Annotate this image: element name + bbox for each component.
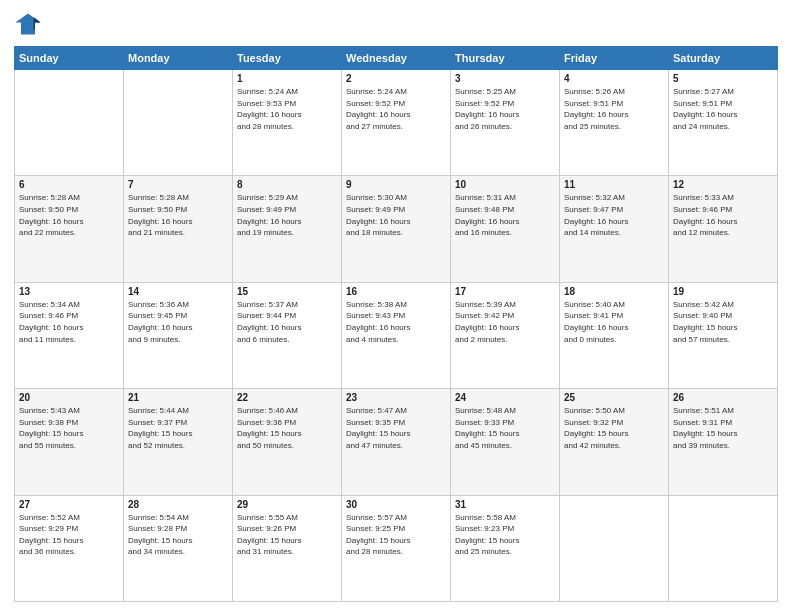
calendar-cell (560, 495, 669, 601)
calendar-week-3: 13Sunrise: 5:34 AM Sunset: 9:46 PM Dayli… (15, 282, 778, 388)
day-number: 16 (346, 286, 446, 297)
day-content: Sunrise: 5:27 AM Sunset: 9:51 PM Dayligh… (673, 86, 773, 132)
day-content: Sunrise: 5:48 AM Sunset: 9:33 PM Dayligh… (455, 405, 555, 451)
day-content: Sunrise: 5:38 AM Sunset: 9:43 PM Dayligh… (346, 299, 446, 345)
calendar-header-tuesday: Tuesday (233, 47, 342, 70)
day-number: 8 (237, 179, 337, 190)
day-number: 4 (564, 73, 664, 84)
day-number: 10 (455, 179, 555, 190)
calendar-week-2: 6Sunrise: 5:28 AM Sunset: 9:50 PM Daylig… (15, 176, 778, 282)
logo-icon (14, 10, 42, 38)
day-number: 22 (237, 392, 337, 403)
day-number: 29 (237, 499, 337, 510)
calendar-header-friday: Friday (560, 47, 669, 70)
calendar-week-1: 1Sunrise: 5:24 AM Sunset: 9:53 PM Daylig… (15, 70, 778, 176)
calendar-cell: 16Sunrise: 5:38 AM Sunset: 9:43 PM Dayli… (342, 282, 451, 388)
calendar-cell: 5Sunrise: 5:27 AM Sunset: 9:51 PM Daylig… (669, 70, 778, 176)
day-content: Sunrise: 5:26 AM Sunset: 9:51 PM Dayligh… (564, 86, 664, 132)
calendar-cell: 21Sunrise: 5:44 AM Sunset: 9:37 PM Dayli… (124, 389, 233, 495)
calendar-cell: 12Sunrise: 5:33 AM Sunset: 9:46 PM Dayli… (669, 176, 778, 282)
day-content: Sunrise: 5:43 AM Sunset: 9:38 PM Dayligh… (19, 405, 119, 451)
calendar-cell: 19Sunrise: 5:42 AM Sunset: 9:40 PM Dayli… (669, 282, 778, 388)
calendar-cell: 17Sunrise: 5:39 AM Sunset: 9:42 PM Dayli… (451, 282, 560, 388)
day-number: 1 (237, 73, 337, 84)
calendar-cell: 3Sunrise: 5:25 AM Sunset: 9:52 PM Daylig… (451, 70, 560, 176)
day-content: Sunrise: 5:57 AM Sunset: 9:25 PM Dayligh… (346, 512, 446, 558)
day-number: 2 (346, 73, 446, 84)
logo (14, 10, 46, 38)
calendar-cell: 8Sunrise: 5:29 AM Sunset: 9:49 PM Daylig… (233, 176, 342, 282)
day-number: 21 (128, 392, 228, 403)
calendar-header-saturday: Saturday (669, 47, 778, 70)
day-number: 18 (564, 286, 664, 297)
day-content: Sunrise: 5:58 AM Sunset: 9:23 PM Dayligh… (455, 512, 555, 558)
day-content: Sunrise: 5:28 AM Sunset: 9:50 PM Dayligh… (128, 192, 228, 238)
calendar-cell: 10Sunrise: 5:31 AM Sunset: 9:48 PM Dayli… (451, 176, 560, 282)
day-content: Sunrise: 5:55 AM Sunset: 9:26 PM Dayligh… (237, 512, 337, 558)
calendar-cell (15, 70, 124, 176)
calendar-cell: 11Sunrise: 5:32 AM Sunset: 9:47 PM Dayli… (560, 176, 669, 282)
calendar-cell (124, 70, 233, 176)
calendar-cell: 9Sunrise: 5:30 AM Sunset: 9:49 PM Daylig… (342, 176, 451, 282)
day-content: Sunrise: 5:24 AM Sunset: 9:52 PM Dayligh… (346, 86, 446, 132)
calendar-header-monday: Monday (124, 47, 233, 70)
day-content: Sunrise: 5:31 AM Sunset: 9:48 PM Dayligh… (455, 192, 555, 238)
calendar-cell: 28Sunrise: 5:54 AM Sunset: 9:28 PM Dayli… (124, 495, 233, 601)
day-content: Sunrise: 5:32 AM Sunset: 9:47 PM Dayligh… (564, 192, 664, 238)
calendar-cell: 23Sunrise: 5:47 AM Sunset: 9:35 PM Dayli… (342, 389, 451, 495)
calendar-cell: 4Sunrise: 5:26 AM Sunset: 9:51 PM Daylig… (560, 70, 669, 176)
calendar-cell: 13Sunrise: 5:34 AM Sunset: 9:46 PM Dayli… (15, 282, 124, 388)
day-content: Sunrise: 5:37 AM Sunset: 9:44 PM Dayligh… (237, 299, 337, 345)
day-number: 15 (237, 286, 337, 297)
calendar-cell: 6Sunrise: 5:28 AM Sunset: 9:50 PM Daylig… (15, 176, 124, 282)
day-number: 26 (673, 392, 773, 403)
calendar-cell (669, 495, 778, 601)
day-number: 17 (455, 286, 555, 297)
calendar-table: SundayMondayTuesdayWednesdayThursdayFrid… (14, 46, 778, 602)
header (14, 10, 778, 38)
calendar-header-row: SundayMondayTuesdayWednesdayThursdayFrid… (15, 47, 778, 70)
calendar-cell: 24Sunrise: 5:48 AM Sunset: 9:33 PM Dayli… (451, 389, 560, 495)
calendar-header-sunday: Sunday (15, 47, 124, 70)
day-number: 12 (673, 179, 773, 190)
day-content: Sunrise: 5:39 AM Sunset: 9:42 PM Dayligh… (455, 299, 555, 345)
day-content: Sunrise: 5:24 AM Sunset: 9:53 PM Dayligh… (237, 86, 337, 132)
day-content: Sunrise: 5:47 AM Sunset: 9:35 PM Dayligh… (346, 405, 446, 451)
day-number: 5 (673, 73, 773, 84)
day-number: 7 (128, 179, 228, 190)
calendar-cell: 25Sunrise: 5:50 AM Sunset: 9:32 PM Dayli… (560, 389, 669, 495)
day-content: Sunrise: 5:42 AM Sunset: 9:40 PM Dayligh… (673, 299, 773, 345)
day-number: 6 (19, 179, 119, 190)
day-content: Sunrise: 5:33 AM Sunset: 9:46 PM Dayligh… (673, 192, 773, 238)
calendar-cell: 15Sunrise: 5:37 AM Sunset: 9:44 PM Dayli… (233, 282, 342, 388)
calendar-cell: 22Sunrise: 5:46 AM Sunset: 9:36 PM Dayli… (233, 389, 342, 495)
calendar-week-5: 27Sunrise: 5:52 AM Sunset: 9:29 PM Dayli… (15, 495, 778, 601)
day-content: Sunrise: 5:44 AM Sunset: 9:37 PM Dayligh… (128, 405, 228, 451)
calendar-cell: 7Sunrise: 5:28 AM Sunset: 9:50 PM Daylig… (124, 176, 233, 282)
day-content: Sunrise: 5:25 AM Sunset: 9:52 PM Dayligh… (455, 86, 555, 132)
day-number: 30 (346, 499, 446, 510)
calendar-cell: 26Sunrise: 5:51 AM Sunset: 9:31 PM Dayli… (669, 389, 778, 495)
day-content: Sunrise: 5:40 AM Sunset: 9:41 PM Dayligh… (564, 299, 664, 345)
day-content: Sunrise: 5:30 AM Sunset: 9:49 PM Dayligh… (346, 192, 446, 238)
calendar-week-4: 20Sunrise: 5:43 AM Sunset: 9:38 PM Dayli… (15, 389, 778, 495)
day-number: 31 (455, 499, 555, 510)
day-content: Sunrise: 5:28 AM Sunset: 9:50 PM Dayligh… (19, 192, 119, 238)
day-content: Sunrise: 5:54 AM Sunset: 9:28 PM Dayligh… (128, 512, 228, 558)
day-number: 23 (346, 392, 446, 403)
day-content: Sunrise: 5:52 AM Sunset: 9:29 PM Dayligh… (19, 512, 119, 558)
calendar-cell: 29Sunrise: 5:55 AM Sunset: 9:26 PM Dayli… (233, 495, 342, 601)
day-content: Sunrise: 5:29 AM Sunset: 9:49 PM Dayligh… (237, 192, 337, 238)
day-number: 27 (19, 499, 119, 510)
calendar-cell: 18Sunrise: 5:40 AM Sunset: 9:41 PM Dayli… (560, 282, 669, 388)
day-number: 19 (673, 286, 773, 297)
calendar-header-thursday: Thursday (451, 47, 560, 70)
day-number: 20 (19, 392, 119, 403)
day-number: 24 (455, 392, 555, 403)
calendar-cell: 27Sunrise: 5:52 AM Sunset: 9:29 PM Dayli… (15, 495, 124, 601)
calendar-cell: 20Sunrise: 5:43 AM Sunset: 9:38 PM Dayli… (15, 389, 124, 495)
day-content: Sunrise: 5:46 AM Sunset: 9:36 PM Dayligh… (237, 405, 337, 451)
calendar-cell: 1Sunrise: 5:24 AM Sunset: 9:53 PM Daylig… (233, 70, 342, 176)
calendar-cell: 2Sunrise: 5:24 AM Sunset: 9:52 PM Daylig… (342, 70, 451, 176)
page: SundayMondayTuesdayWednesdayThursdayFrid… (0, 0, 792, 612)
